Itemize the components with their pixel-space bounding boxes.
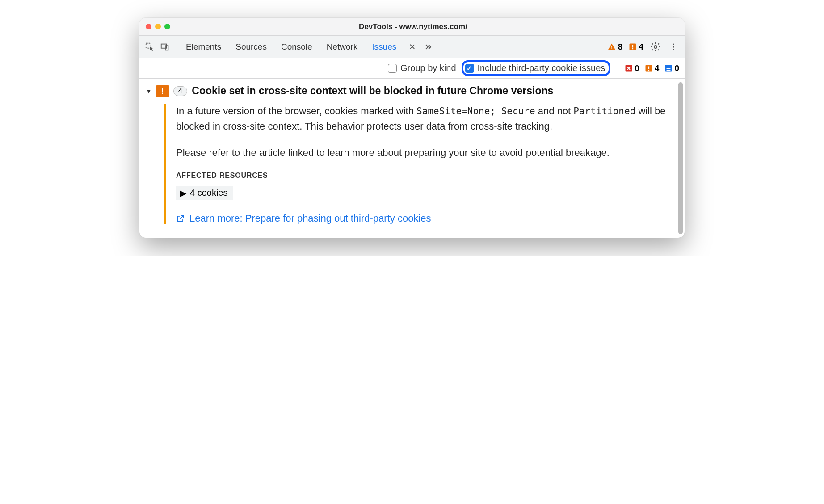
text-run: In a future version of the browser, cook… xyxy=(176,105,416,117)
code-snippet: Partitioned xyxy=(573,106,635,117)
issue-square-icon xyxy=(645,64,653,72)
svg-rect-6 xyxy=(632,45,633,47)
svg-rect-14 xyxy=(648,66,649,69)
issue-badge-icon: ! xyxy=(156,85,169,97)
learn-more-text[interactable]: Learn more: Prepare for phasing out thir… xyxy=(189,213,431,224)
caret-right-icon: ▶ xyxy=(180,188,186,198)
include-third-party-highlight: Include third-party cookie issues xyxy=(462,60,611,76)
warnings-count[interactable]: 8 xyxy=(607,42,623,52)
text-run: and not xyxy=(535,105,574,117)
filter-issues-number: 4 xyxy=(655,63,660,73)
issue-square-icon xyxy=(629,43,637,51)
close-tab-icon[interactable]: ✕ xyxy=(406,42,418,52)
issue-count-pill: 4 xyxy=(173,86,187,96)
learn-more-link[interactable]: Learn more: Prepare for phasing out thir… xyxy=(176,213,675,224)
kebab-menu-icon[interactable] xyxy=(668,41,679,53)
affected-cookies-label: 4 cookies xyxy=(190,188,228,198)
affected-cookies-toggle[interactable]: ▶ 4 cookies xyxy=(176,186,233,200)
tab-console[interactable]: Console xyxy=(274,42,320,52)
titlebar: DevTools - www.nytimes.com/ xyxy=(139,18,685,36)
issues-number: 4 xyxy=(639,42,643,52)
svg-rect-4 xyxy=(611,48,612,49)
filter-bar: Group by kind Include third-party cookie… xyxy=(139,58,685,79)
group-by-kind-checkbox[interactable]: Group by kind xyxy=(388,63,456,73)
more-tabs-icon[interactable] xyxy=(421,42,435,51)
filter-info-count[interactable]: 0 xyxy=(664,63,679,73)
svg-point-8 xyxy=(654,46,657,48)
svg-point-9 xyxy=(673,43,674,45)
external-link-icon xyxy=(176,214,185,223)
checkbox-icon xyxy=(388,64,397,73)
panel-tabs: Elements Sources Console Network Issues xyxy=(179,42,404,52)
warnings-number: 8 xyxy=(618,42,623,52)
issues-content: ▼ ! 4 Cookie set in cross-site context w… xyxy=(139,79,685,238)
code-snippet: SameSite=None; Secure xyxy=(416,106,535,117)
include-third-party-checkbox[interactable]: Include third-party cookie issues xyxy=(465,63,605,73)
svg-rect-15 xyxy=(648,70,649,71)
affected-resources-heading: AFFECTED RESOURCES xyxy=(176,172,675,180)
tab-sources[interactable]: Sources xyxy=(228,42,274,52)
filter-errors-count[interactable]: 0 xyxy=(625,63,639,73)
warning-triangle-icon xyxy=(607,42,616,51)
svg-rect-1 xyxy=(161,44,167,48)
expand-caret-icon[interactable]: ▼ xyxy=(146,88,152,95)
errors-number: 0 xyxy=(635,63,639,73)
tab-issues[interactable]: Issues xyxy=(365,42,404,52)
svg-rect-3 xyxy=(611,46,612,47)
checkbox-checked-icon xyxy=(465,64,474,73)
info-number: 0 xyxy=(674,63,679,73)
svg-point-11 xyxy=(673,49,674,50)
minimize-window-button[interactable] xyxy=(155,24,161,29)
issue-accent-bar xyxy=(164,104,166,224)
traffic-lights xyxy=(146,24,170,29)
filter-issues-count[interactable]: 4 xyxy=(645,63,660,73)
tab-elements[interactable]: Elements xyxy=(179,42,228,52)
device-toggle-icon[interactable] xyxy=(160,42,170,52)
settings-icon[interactable] xyxy=(650,41,661,53)
include-third-party-label: Include third-party cookie issues xyxy=(478,63,605,73)
devtools-window: DevTools - www.nytimes.com/ Elements Sou… xyxy=(139,18,685,238)
tab-bar: Elements Sources Console Network Issues … xyxy=(139,36,685,58)
issue-description-1: In a future version of the browser, cook… xyxy=(176,104,675,134)
error-square-icon xyxy=(625,64,633,72)
svg-rect-7 xyxy=(632,48,633,49)
issue-description-2: Please refer to the article linked to le… xyxy=(176,145,675,160)
group-by-kind-label: Group by kind xyxy=(400,63,456,73)
scrollbar[interactable] xyxy=(678,82,683,234)
close-window-button[interactable] xyxy=(146,24,151,29)
window-title: DevTools - www.nytimes.com/ xyxy=(170,22,656,31)
svg-point-10 xyxy=(673,46,674,47)
issues-count[interactable]: 4 xyxy=(629,42,643,52)
zoom-window-button[interactable] xyxy=(164,24,170,29)
inspect-icon[interactable] xyxy=(145,42,155,52)
tab-network[interactable]: Network xyxy=(320,42,365,52)
info-square-icon xyxy=(664,64,673,72)
issue-title: Cookie set in cross-site context will be… xyxy=(192,85,553,97)
